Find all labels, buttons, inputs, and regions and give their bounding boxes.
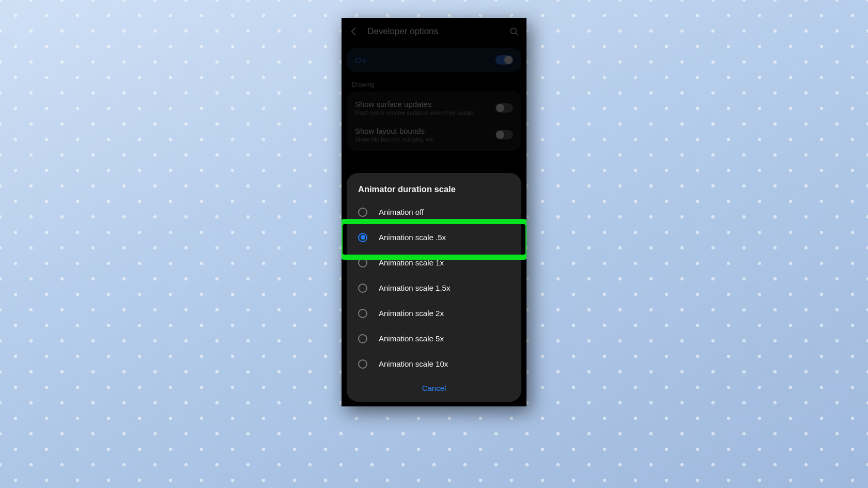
phone-device: Developer options On Drawing Show surfac… [342,18,526,406]
radio-icon [358,258,367,267]
option-label: Animation scale .5x [379,233,446,242]
setting-show-surface-updates[interactable]: Show surface updates Flash entire window… [347,95,521,121]
radio-icon [358,284,367,293]
option-animation-1_5x[interactable]: Animation scale 1.5x [347,275,521,301]
radio-icon [358,208,367,217]
radio-icon [358,359,367,369]
option-label: Animation off [379,208,424,216]
section-header-drawing: Drawing [352,81,516,88]
option-animation-off[interactable]: Animation off [347,199,521,225]
option-label: Animation scale 10x [379,359,448,368]
setting-show-layout-bounds[interactable]: Show layout bounds Show clip bounds, mar… [347,121,521,148]
option-animation-1x[interactable]: Animation scale 1x [347,250,521,275]
cancel-button[interactable]: Cancel [347,376,521,398]
option-animation-10x[interactable]: Animation scale 10x [347,351,521,376]
back-icon[interactable] [349,26,359,37]
drawing-settings-card: Show surface updates Flash entire window… [347,91,521,151]
master-toggle-row[interactable]: On [347,48,521,72]
setting-title: Show surface updates [355,100,489,108]
option-animation-2x[interactable]: Animation scale 2x [347,301,521,326]
option-label: Animation scale 5x [379,334,444,343]
option-label: Animation scale 1x [379,258,444,267]
toggle-switch[interactable] [495,103,513,113]
radio-icon [358,309,367,318]
setting-subtitle: Show clip bounds, margins, etc. [355,136,489,143]
option-animation-5x[interactable]: Animation scale 5x [347,326,521,351]
setting-title: Show layout bounds [355,127,489,135]
app-bar: Developer options [342,18,526,45]
radio-icon [358,233,367,242]
setting-subtitle: Flash entire window surfaces when they u… [355,109,489,116]
radio-icon [358,334,367,343]
svg-line-1 [516,33,518,35]
master-toggle-label: On [355,56,365,65]
master-toggle-switch[interactable] [495,55,513,65]
dialog-title: Animator duration scale [347,184,521,199]
option-label: Animation scale 2x [379,309,444,318]
search-icon[interactable] [509,26,519,37]
animator-duration-scale-dialog: Animator duration scale Animation off An… [347,173,521,402]
option-label: Animation scale 1.5x [379,284,450,292]
toggle-switch[interactable] [495,130,513,139]
page-title: Developer options [367,26,501,37]
option-animation-0_5x[interactable]: Animation scale .5x [347,225,521,250]
